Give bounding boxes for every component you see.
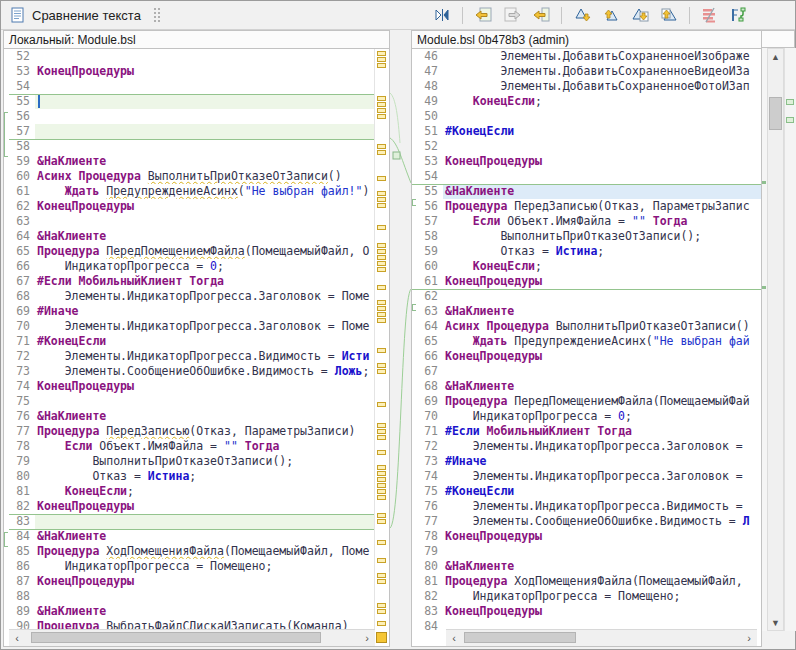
change-marker[interactable] xyxy=(377,348,386,354)
code-line: 57 xyxy=(9,124,375,139)
change-marker[interactable] xyxy=(377,363,386,375)
copy-all-left-button[interactable] xyxy=(471,3,495,27)
change-marker[interactable] xyxy=(377,621,386,627)
line-number: 68 xyxy=(9,289,35,304)
change-marker[interactable] xyxy=(377,51,386,69)
code-text: КонецПроцедуры xyxy=(443,274,761,289)
line-number: 72 xyxy=(417,439,443,454)
code-text: КонецПроцедуры xyxy=(35,64,375,79)
right-horizontal-scrollbar[interactable]: ‹ › xyxy=(446,629,757,646)
change-marker[interactable] xyxy=(377,300,386,324)
copy-current-right-button[interactable] xyxy=(500,3,524,27)
code-line: 66 ИндикаторПрогресса = 0; xyxy=(9,259,375,274)
change-marker[interactable] xyxy=(377,573,386,585)
code-line: 53КонецПроцедуры xyxy=(417,154,761,169)
scroll-down-arrow[interactable]: ▼ xyxy=(768,615,783,630)
left-change-marker-column[interactable] xyxy=(374,49,389,630)
structure-compare-icon xyxy=(731,7,747,23)
copy-current-left-button[interactable] xyxy=(529,3,553,27)
toolbar-actions xyxy=(430,3,795,27)
diff-tick[interactable] xyxy=(762,286,766,289)
change-marker[interactable] xyxy=(377,225,386,231)
left-horizontal-scrollbar[interactable]: ‹ › xyxy=(9,629,375,646)
change-marker[interactable] xyxy=(377,243,386,273)
line-number: 63 xyxy=(9,214,35,229)
right-hscroll-thumb[interactable] xyxy=(464,632,576,643)
scroll-right-arrow[interactable]: › xyxy=(741,630,757,645)
drag-grip-icon[interactable] xyxy=(154,8,161,23)
code-line: 76&НаКлиенте xyxy=(9,409,375,424)
line-number: 85 xyxy=(9,544,35,559)
copy-current-right-icon xyxy=(504,7,521,23)
change-marker[interactable] xyxy=(377,513,386,525)
next-change-button[interactable] xyxy=(628,3,652,27)
code-text: КонецПроцедуры xyxy=(35,499,375,514)
change-marker[interactable] xyxy=(377,603,386,615)
right-code-lines: 46 Элементы.ДобавитьСохраненноеИзображе4… xyxy=(417,49,761,630)
change-marker[interactable] xyxy=(377,465,386,501)
code-text xyxy=(443,544,761,559)
change-marker[interactable] xyxy=(377,96,386,120)
code-line: 68&НаКлиенте xyxy=(417,379,761,394)
change-marker[interactable] xyxy=(377,450,386,456)
code-text: Процедура ПередЗаписью(Отказ, ПараметрыЗ… xyxy=(35,424,375,439)
code-text xyxy=(35,49,375,64)
code-line: 81 КонецЕсли; xyxy=(9,484,375,499)
code-line: 56 xyxy=(9,109,375,124)
code-text: Асинх Процедура ВыполнитьПриОтказеОтЗапи… xyxy=(35,169,375,184)
previous-change-button[interactable] xyxy=(657,3,681,27)
code-text: КонецЕсли; xyxy=(443,259,761,274)
line-number: 73 xyxy=(9,364,35,379)
code-line: 87КонецПроцедуры xyxy=(9,574,375,589)
line-number: 70 xyxy=(9,319,35,334)
tab-compare-text[interactable]: Сравнение текста xyxy=(1,1,171,29)
code-line: 52 xyxy=(9,49,375,64)
code-line: 73#Иначе xyxy=(417,454,761,469)
scroll-right-arrow[interactable]: › xyxy=(359,630,375,645)
structure-compare-button[interactable] xyxy=(727,3,751,27)
change-marker[interactable] xyxy=(377,144,386,156)
line-number: 56 xyxy=(9,109,35,124)
code-text: #КонецЕсли xyxy=(443,484,761,499)
line-number: 49 xyxy=(417,94,443,109)
scroll-left-arrow[interactable]: ‹ xyxy=(446,630,462,645)
code-line: 83 xyxy=(9,514,375,529)
change-marker[interactable] xyxy=(377,540,386,546)
right-editor[interactable]: 46 Элементы.ДобавитьСохраненноеИзображе4… xyxy=(412,49,761,630)
connector-handle[interactable] xyxy=(393,152,400,159)
swap-sides-button[interactable] xyxy=(430,3,454,27)
change-marker[interactable] xyxy=(377,402,386,408)
code-line: 70 Элементы.ИндикаторПрогресса.Заголовок… xyxy=(9,319,375,334)
scroll-up-arrow[interactable]: ▲ xyxy=(768,49,783,64)
code-text: &НаКлиенте xyxy=(443,304,761,319)
overview-diff-marker[interactable] xyxy=(786,99,794,105)
code-line: 48 Элементы.ДобавитьСохраненноеФотоИЗап xyxy=(417,79,761,94)
code-line: 82 ИндикаторПрогресса = Помещено; xyxy=(417,589,761,604)
change-summary-corner xyxy=(376,632,387,643)
left-hscroll-thumb[interactable] xyxy=(31,632,321,643)
diff-tick[interactable] xyxy=(762,181,766,184)
vscroll-thumb[interactable] xyxy=(769,97,782,130)
diff-connector-gutter xyxy=(390,30,411,647)
vertical-scrollbar[interactable]: ▲ ▼ xyxy=(767,48,784,631)
change-marker[interactable] xyxy=(377,423,386,441)
next-difference-button[interactable] xyxy=(570,3,594,27)
previous-difference-button[interactable] xyxy=(599,3,623,27)
change-marker[interactable] xyxy=(377,285,386,291)
change-marker[interactable] xyxy=(377,558,386,564)
code-line: 60 КонецЕсли; xyxy=(417,259,761,274)
change-marker[interactable] xyxy=(377,191,386,209)
overview-diff-marker[interactable] xyxy=(786,117,794,123)
scroll-left-arrow[interactable]: ‹ xyxy=(9,630,25,645)
code-text: Элементы.ИндикаторПрогресса.Заголовок = … xyxy=(35,319,375,334)
line-number: 55 xyxy=(9,94,35,109)
diff-stripes-button[interactable] xyxy=(698,3,722,27)
code-text: Процедура ПередПомещениемФайла(Помещаемы… xyxy=(35,244,375,259)
code-line: 75#КонецЕсли xyxy=(417,484,761,499)
left-editor[interactable]: 5253КонецПроцедуры545556575859&НаКлиенте… xyxy=(4,49,389,630)
code-text xyxy=(35,124,375,139)
change-marker[interactable] xyxy=(377,176,386,182)
code-line: 72 Элементы.ИндикаторПрогресса.Видимость… xyxy=(9,349,375,364)
code-text: Элементы.ДобавитьСохраненноеФотоИЗап xyxy=(443,79,761,94)
code-line: 67#Если МобильныйКлиент Тогда xyxy=(9,274,375,289)
